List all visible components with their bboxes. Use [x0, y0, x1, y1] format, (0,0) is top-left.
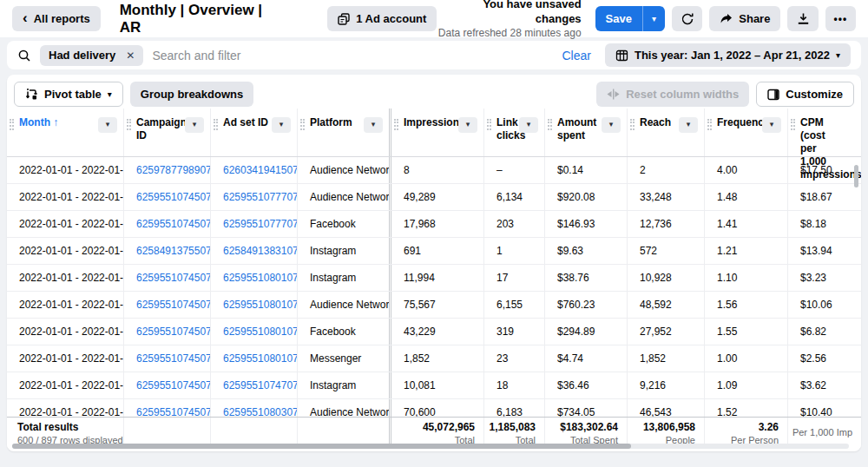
- column-menu-button[interactable]: ▾: [762, 117, 781, 133]
- table-cell: 319: [484, 319, 545, 345]
- column-header-campaign-id[interactable]: Campaign ID▾: [124, 109, 211, 156]
- column-menu-button[interactable]: ▾: [364, 117, 383, 133]
- chevron-down-icon: ▾: [652, 15, 656, 23]
- download-button[interactable]: [787, 6, 818, 31]
- share-button[interactable]: Share: [709, 6, 780, 31]
- column-menu-button[interactable]: ▾: [458, 117, 477, 133]
- id-link-cell[interactable]: 6258491375507: [124, 238, 211, 264]
- group-breakdowns-button[interactable]: Group breakdowns: [130, 82, 253, 107]
- total-value: 3.26: [759, 420, 779, 434]
- refresh-button[interactable]: [672, 6, 702, 31]
- column-header-link-clicks[interactable]: Link clicks▾: [484, 109, 545, 156]
- total-value: 45,072,965: [423, 420, 475, 434]
- id-link-cell[interactable]: 6259551074507: [124, 292, 211, 318]
- table-row: 2022-01-01 - 2022-01-3162584913755076258…: [7, 238, 861, 265]
- column-header-platform[interactable]: Platform▾: [298, 109, 391, 156]
- column-header-frequency[interactable]: Frequency▾: [705, 109, 788, 156]
- id-link-cell[interactable]: 6259551074507: [124, 372, 211, 398]
- more-button[interactable]: •••: [825, 6, 856, 31]
- id-link-cell[interactable]: 6259551074507: [124, 345, 211, 372]
- close-icon[interactable]: ✕: [126, 49, 135, 62]
- ad-account-label: 1 Ad account: [356, 12, 426, 25]
- id-link-cell[interactable]: 6259787798907: [124, 157, 211, 183]
- id-link-cell[interactable]: 6259551080107: [211, 319, 298, 345]
- save-dropdown-button[interactable]: ▾: [642, 6, 665, 31]
- id-link-cell[interactable]: 6259551080307: [211, 399, 298, 417]
- table-cell: Messenger: [298, 345, 391, 372]
- drag-handle-icon[interactable]: [394, 119, 398, 130]
- table-cell: 9,216: [628, 372, 705, 398]
- table-row: 2022-01-01 - 2022-01-3162595510745076259…: [7, 184, 861, 211]
- table-cell: $9.63: [545, 238, 628, 264]
- id-link-cell[interactable]: 6259551074507: [124, 184, 211, 210]
- table-cell: $13.94: [788, 238, 861, 264]
- id-link-cell[interactable]: 6259551080107: [211, 292, 298, 318]
- drag-handle-icon[interactable]: [10, 119, 14, 130]
- drag-handle-icon[interactable]: [630, 119, 635, 130]
- drag-handle-icon[interactable]: [487, 119, 491, 130]
- filter-chip-had-delivery[interactable]: Had delivery ✕: [40, 45, 143, 66]
- table-cell: $38.76: [545, 265, 628, 291]
- id-link-cell[interactable]: 6259551080107: [211, 265, 298, 291]
- id-link-cell[interactable]: 6259551074507: [124, 399, 211, 417]
- column-header-month[interactable]: Month ↑▾: [7, 109, 124, 156]
- drag-handle-icon[interactable]: [791, 119, 795, 130]
- column-header-impressions[interactable]: Impressions▾: [391, 109, 484, 156]
- horizontal-scrollbar-thumb[interactable]: [12, 444, 631, 449]
- all-reports-button[interactable]: ‹ All reports: [12, 6, 101, 31]
- customize-button[interactable]: Customize: [756, 82, 854, 107]
- table-cell: 70,600: [391, 399, 484, 417]
- drag-handle-icon[interactable]: [127, 119, 131, 130]
- customize-label: Customize: [786, 88, 843, 101]
- horizontal-scrollbar-track[interactable]: [12, 444, 849, 449]
- ellipsis-icon: •••: [834, 13, 848, 25]
- date-range-button[interactable]: This year: Jan 1, 2022 – Apr 21, 2022 ▾: [605, 43, 851, 67]
- id-link-cell[interactable]: 6259551080107: [211, 345, 298, 372]
- id-link-cell[interactable]: 6259551074507: [124, 265, 211, 291]
- table-cell: 2022-01-01 - 2022-01-31: [7, 211, 124, 237]
- column-header-amount-spent[interactable]: Amount spent▾: [545, 109, 628, 156]
- ad-account-button[interactable]: 1 Ad account: [327, 6, 437, 31]
- drag-handle-icon[interactable]: [548, 119, 552, 130]
- share-label: Share: [739, 12, 770, 25]
- table-cell: 1.56: [705, 292, 788, 318]
- drag-handle-icon[interactable]: [707, 119, 712, 130]
- column-header-reach[interactable]: Reach▾: [628, 109, 705, 156]
- table-cell: $734.05: [545, 399, 628, 417]
- column-header-cpm-cost-per-1-000-impressions[interactable]: CPM (cost per 1,000 impressions: [788, 109, 861, 156]
- back-chevron-icon: ‹: [23, 10, 28, 25]
- chevron-down-icon: ▾: [108, 90, 112, 99]
- table-cell: 27,952: [628, 319, 705, 345]
- column-menu-button[interactable]: ▾: [185, 117, 204, 133]
- table-cell: Facebook: [298, 319, 391, 345]
- column-menu-button[interactable]: ▾: [679, 117, 698, 133]
- id-link-cell[interactable]: 6259551077707: [211, 211, 298, 237]
- data-refreshed-text: Data refreshed 28 minutes ago: [437, 27, 581, 41]
- id-link-cell[interactable]: 6259551074507: [124, 319, 211, 345]
- id-link-cell[interactable]: 6259551074507: [124, 211, 211, 237]
- clear-filters-link[interactable]: Clear: [562, 49, 591, 62]
- column-menu-button[interactable]: ▾: [602, 117, 621, 133]
- drag-handle-icon[interactable]: [300, 119, 305, 130]
- column-menu-button[interactable]: ▾: [98, 117, 117, 133]
- reset-column-widths-button[interactable]: Reset column widths: [596, 82, 749, 107]
- total-value: $183,302.64: [560, 420, 618, 434]
- save-button[interactable]: Save: [595, 6, 642, 31]
- table-cell: $294.89: [545, 319, 628, 345]
- column-header-ad-set-id[interactable]: Ad set ID▾: [211, 109, 298, 156]
- table-cell: 1: [484, 238, 545, 264]
- drag-handle-icon[interactable]: [214, 119, 218, 130]
- pivot-table-button[interactable]: Pivot table ▾: [14, 82, 123, 107]
- column-menu-button[interactable]: ▾: [272, 117, 291, 133]
- id-link-cell[interactable]: 6258491383107: [211, 238, 298, 264]
- vertical-scrollbar[interactable]: [854, 165, 858, 187]
- calendar-icon: [615, 49, 628, 62]
- search-input[interactable]: [152, 49, 553, 62]
- id-link-cell[interactable]: 6259551074707: [211, 372, 298, 398]
- table-cell: 1.10: [705, 265, 788, 291]
- table-row: 2022-01-01 - 2022-01-3162595510745076259…: [7, 319, 861, 345]
- id-link-cell[interactable]: 6259551077707: [211, 184, 298, 210]
- column-menu-button[interactable]: ▾: [519, 117, 538, 133]
- table-row: 2022-01-01 - 2022-01-3162595510745076259…: [7, 372, 861, 399]
- id-link-cell[interactable]: 6260341941507: [211, 157, 298, 183]
